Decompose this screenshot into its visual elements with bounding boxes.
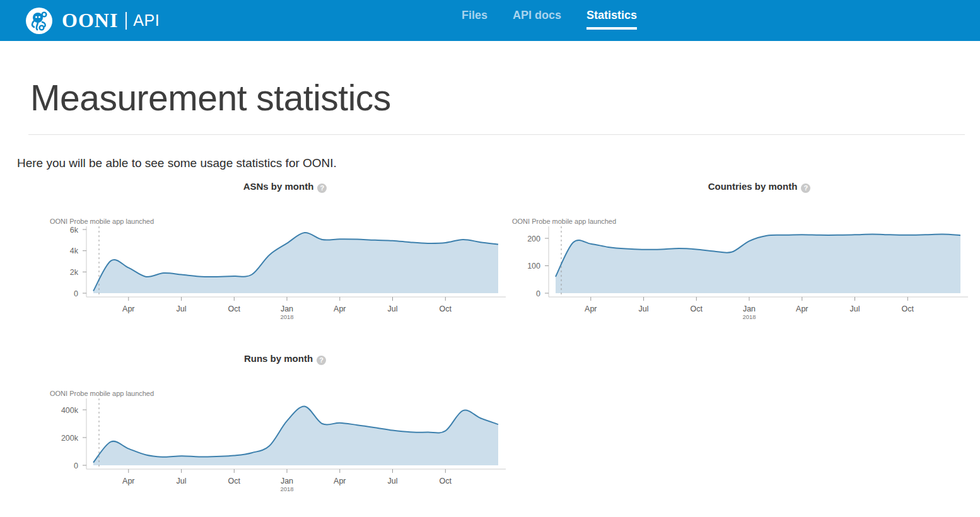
x-tick-label: Jan	[281, 477, 293, 485]
x-tick-label: Oct	[691, 305, 703, 313]
nav-item-api-docs[interactable]: API docs	[513, 0, 561, 30]
brand-divider	[125, 12, 127, 30]
x-tick-label: Apr	[585, 305, 597, 313]
y-tick-label: 6k	[70, 225, 79, 234]
y-tick-label: 2k	[70, 267, 79, 276]
x-tick-label: Jul	[177, 305, 187, 313]
main-content: Measurement statistics Here you will be …	[0, 78, 980, 496]
chart-title: Countries by month?	[490, 180, 965, 193]
help-icon[interactable]: ?	[801, 183, 810, 193]
intro-text: Here you will be able to see some usage …	[17, 156, 965, 170]
chart-title-text: Countries by month	[708, 181, 798, 192]
nav-item-statistics[interactable]: Statistics	[586, 0, 637, 30]
x-tick-label: Jul	[388, 305, 398, 313]
x-tick-label: Apr	[796, 305, 808, 313]
chart-title: ASNs by month?	[17, 180, 490, 193]
help-icon[interactable]: ?	[317, 183, 327, 193]
app-header: OONI API Files API docs Statistics	[0, 0, 980, 41]
brand-suffix: API	[133, 11, 160, 30]
brand-link[interactable]: OONI API	[25, 7, 160, 35]
x-tick-label: Oct	[440, 305, 452, 313]
help-icon[interactable]: ?	[317, 356, 326, 365]
countries-by-month-chart: Countries by month? OONI Probe mobile ap…	[490, 180, 965, 324]
x-tick-label: Jul	[639, 305, 649, 313]
y-tick-label: 200	[527, 234, 540, 243]
countries-area-chart-svg: OONI Probe mobile app launched0100200Apr…	[505, 214, 977, 324]
x-tick-sublabel: 2018	[280, 313, 293, 320]
y-tick-label: 0	[74, 461, 78, 470]
top-nav: Files API docs Statistics	[462, 0, 637, 41]
asns-area-chart-svg: OONI Probe mobile app launched02k4k6kApr…	[42, 214, 515, 324]
runs-by-month-chart: Runs by month? OONI Probe mobile app lau…	[17, 352, 490, 496]
y-tick-label: 400k	[61, 405, 79, 414]
y-tick-label: 4k	[70, 247, 79, 255]
x-tick-label: Apr	[334, 305, 346, 313]
y-tick-label: 200k	[61, 433, 79, 442]
area-fill	[93, 233, 498, 293]
x-tick-sublabel: 2018	[280, 485, 293, 492]
x-tick-label: Jul	[850, 305, 860, 313]
brand-name: OONI	[62, 9, 118, 32]
x-tick-label: Apr	[122, 305, 134, 313]
x-tick-sublabel: 2018	[742, 313, 755, 320]
launch-annotation: OONI Probe mobile app launched	[512, 218, 616, 225]
divider	[28, 134, 965, 135]
x-tick-label: Oct	[902, 305, 914, 313]
runs-area-chart-svg: OONI Probe mobile app launched0200k400kA…	[42, 386, 515, 496]
area-fill	[556, 234, 960, 293]
y-tick-label: 0	[536, 289, 540, 298]
chart-title-text: ASNs by month	[243, 181, 314, 192]
brand-wordmark: OONI API	[62, 9, 160, 32]
x-tick-label: Apr	[122, 477, 134, 485]
nav-item-files[interactable]: Files	[462, 0, 487, 30]
x-tick-label: Jul	[177, 477, 187, 485]
x-tick-label: Jan	[281, 305, 293, 313]
x-tick-label: Jan	[743, 305, 755, 313]
page-title: Measurement statistics	[30, 78, 965, 119]
ooni-logo-icon	[25, 7, 53, 35]
x-tick-label: Oct	[228, 305, 241, 313]
x-tick-label: Apr	[334, 477, 346, 485]
chart-title: Runs by month?	[17, 352, 490, 365]
charts-grid: ASNs by month? OONI Probe mobile app lau…	[17, 180, 965, 496]
x-tick-label: Jul	[388, 477, 398, 485]
x-tick-label: Oct	[228, 477, 241, 485]
launch-annotation: OONI Probe mobile app launched	[50, 218, 154, 225]
x-tick-label: Oct	[440, 477, 452, 485]
asns-by-month-chart: ASNs by month? OONI Probe mobile app lau…	[17, 180, 490, 324]
launch-annotation: OONI Probe mobile app launched	[50, 390, 154, 397]
y-tick-label: 100	[527, 262, 540, 270]
y-tick-label: 0	[74, 289, 78, 298]
chart-title-text: Runs by month	[244, 353, 313, 364]
